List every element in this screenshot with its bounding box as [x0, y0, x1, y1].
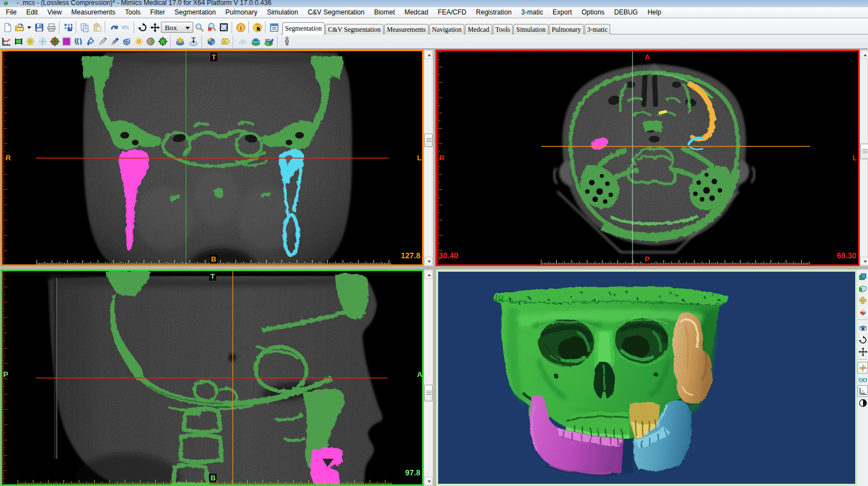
- print-button[interactable]: [45, 21, 57, 34]
- point-grid-button[interactable]: [62, 21, 74, 34]
- scroll-down-button[interactable]: [860, 257, 868, 266]
- tab-3-matic[interactable]: 3-matic: [585, 24, 611, 35]
- cross-plus-button[interactable]: [857, 294, 868, 306]
- scrollbar-axial[interactable]: [860, 50, 868, 266]
- rotate-button[interactable]: [136, 21, 149, 34]
- scrollbar-thumb[interactable]: [424, 385, 433, 401]
- scrollbar-thumb[interactable]: [424, 134, 433, 147]
- scroll-down-button[interactable]: [424, 257, 433, 266]
- pan-button[interactable]: [149, 21, 161, 34]
- menu-item-debug[interactable]: DEBUG: [609, 7, 643, 18]
- undo-button[interactable]: [107, 21, 120, 34]
- viewport-sagittal[interactable]: T B P A 97.8: [1, 269, 424, 486]
- menu-item-filter[interactable]: Filter: [145, 7, 170, 18]
- rotate-3d-button[interactable]: [857, 334, 868, 346]
- edit-3d-cube-button[interactable]: [121, 35, 133, 48]
- pencil-gray-button[interactable]: [97, 35, 109, 48]
- copy-button[interactable]: [79, 21, 91, 34]
- tab-pulmonary[interactable]: Pulmonary: [549, 24, 584, 35]
- threshold-star-button[interactable]: [24, 35, 37, 48]
- edit-mask-button[interactable]: [61, 35, 73, 48]
- menu-item-simulation[interactable]: Simulation: [262, 7, 303, 18]
- disc-pin-button[interactable]: [187, 35, 200, 48]
- crop-button[interactable]: [157, 35, 169, 48]
- unzoom-button[interactable]: [205, 21, 218, 34]
- pan-3d-button[interactable]: [857, 346, 868, 357]
- eye-button[interactable]: [857, 322, 868, 334]
- scroll-down-button[interactable]: [424, 477, 433, 485]
- chart-axes-button[interactable]: [857, 385, 868, 397]
- save-button[interactable]: [33, 21, 45, 34]
- context-help-button[interactable]: [251, 21, 263, 34]
- menu-item-options[interactable]: Options: [577, 7, 610, 18]
- menu-item-pulmonary[interactable]: Pulmonary: [220, 7, 262, 18]
- menu-item-edit[interactable]: Edit: [22, 7, 43, 18]
- glasses-button[interactable]: [857, 374, 868, 385]
- menu-item-view[interactable]: View: [42, 7, 66, 18]
- chevron-down-icon[interactable]: [185, 27, 190, 30]
- scrollbar-sagittal[interactable]: [424, 269, 433, 486]
- menu-item-help[interactable]: Help: [643, 7, 666, 18]
- label-tag-button[interactable]: [218, 35, 231, 48]
- menu-item-file[interactable]: File: [1, 7, 22, 18]
- viewport-axial[interactable]: A P R L 30.40 69.30: [435, 50, 860, 266]
- zoom-mode-combobox[interactable]: Box: [161, 22, 193, 33]
- cloud-button[interactable]: [236, 35, 249, 48]
- tab-segmentation[interactable]: Segmentation: [282, 22, 325, 35]
- zoom-rect-button[interactable]: [218, 21, 230, 34]
- livewire-button[interactable]: [73, 35, 85, 48]
- label-tag-icon: [220, 37, 229, 46]
- title-bar[interactable]: - .mcs - (Lossless Compression)* - Mimic…: [0, 0, 868, 7]
- tab-navigation[interactable]: Navigation: [429, 24, 464, 35]
- paste-button[interactable]: [91, 21, 103, 34]
- profile-line-button[interactable]: [1, 35, 13, 48]
- zoom-in-button[interactable]: [193, 21, 205, 34]
- morphology-box-button[interactable]: [48, 35, 61, 48]
- sun-button[interactable]: [133, 35, 145, 48]
- tab-medcad[interactable]: Medcad: [465, 24, 492, 35]
- crosshair-button[interactable]: [857, 362, 868, 374]
- info-button[interactable]: i: [234, 21, 247, 34]
- export-cube-button[interactable]: [204, 35, 218, 48]
- human-figure-button[interactable]: [280, 35, 293, 48]
- tab-measurements[interactable]: Measurements: [384, 24, 429, 35]
- scroll-up-button[interactable]: [860, 50, 868, 59]
- scrollbar-thumb[interactable]: [860, 144, 868, 159]
- menu-item-3-matic[interactable]: 3-matic: [516, 7, 548, 18]
- menu-item-medcad[interactable]: Medcad: [400, 7, 433, 18]
- calculate-3d-icon: [175, 37, 185, 46]
- menu-item-export[interactable]: Export: [548, 7, 577, 18]
- pencil-blue-button[interactable]: [109, 35, 121, 48]
- project-panel-button[interactable]: [268, 21, 280, 34]
- scroll-up-button[interactable]: [424, 270, 433, 279]
- pyramid-button[interactable]: [857, 306, 868, 318]
- redo-button[interactable]: [120, 21, 132, 34]
- menu-item-segmentation[interactable]: Segmentation: [170, 7, 220, 18]
- cube-3d-button[interactable]: [857, 283, 868, 294]
- tab-tools[interactable]: Tools: [493, 24, 513, 35]
- tab-simulation[interactable]: Simulation: [513, 24, 548, 35]
- menu-item-tools[interactable]: Tools: [120, 7, 145, 18]
- draw-rectangle-button[interactable]: [13, 35, 25, 48]
- menu-item-c-v-segmentation[interactable]: C&V Segmentation: [303, 7, 369, 18]
- open-dropdown-button[interactable]: [26, 21, 33, 34]
- scrollbar-coronal[interactable]: [424, 50, 433, 266]
- menu-item-registration[interactable]: Registration: [471, 7, 516, 18]
- discs-3d-button[interactable]: 3D: [249, 35, 262, 48]
- calculate-3d-button[interactable]: [173, 35, 187, 48]
- new-document-button[interactable]: [1, 21, 13, 34]
- menu-item-biomet[interactable]: Biomet: [369, 7, 400, 18]
- views-layout-button[interactable]: [857, 271, 868, 283]
- viewport-3d[interactable]: [436, 269, 857, 486]
- open-folder-button[interactable]: [13, 21, 26, 34]
- contrast-circle-button[interactable]: [857, 397, 868, 409]
- scroll-up-button[interactable]: [424, 50, 433, 59]
- menu-item-measurements[interactable]: Measurements: [66, 7, 120, 18]
- edit-3d-pencil-button[interactable]: 3D: [262, 35, 276, 48]
- tab-c-v-segmentation[interactable]: C&V Segmentation: [325, 24, 384, 35]
- fill-bucket-button[interactable]: [85, 35, 97, 48]
- region-grow-snowflake-button[interactable]: [37, 35, 49, 48]
- menu-item-fea-cfd[interactable]: FEA/CFD: [433, 7, 472, 18]
- viewport-coronal[interactable]: T B R L 127.8: [1, 50, 424, 266]
- sphere-grow-button[interactable]: [145, 35, 157, 48]
